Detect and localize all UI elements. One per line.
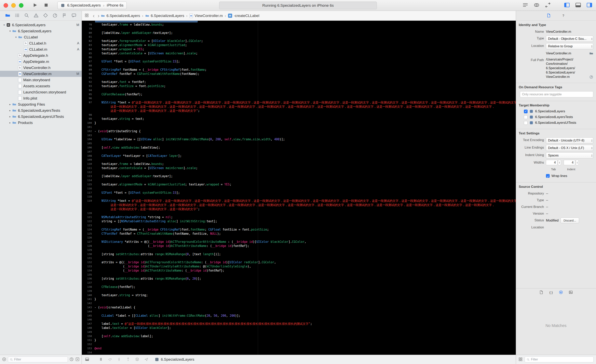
code-line[interactable]: 82textLayer.foregroundColor = [UIColor b… [82, 39, 516, 43]
code-line[interactable]: 134(__bridge id)kCTFontAttributeName: (_… [82, 269, 516, 273]
code-line[interactable]: 122string = [[NSMutableAttributedString … [82, 219, 516, 223]
breadcrumb-item[interactable]: 6.SpecializedLayers [145, 14, 184, 18]
indent-width-stepper[interactable]: ▴▾ [576, 160, 579, 165]
code-line[interactable]: 117UIFont *font = [UIFont systemFontOfSi… [82, 191, 516, 195]
disclosure-triangle-icon[interactable]: ▾ [8, 30, 12, 32]
disclosure-triangle-icon[interactable]: ▾ [2, 23, 6, 26]
code-line[interactable]: 85textLayer.contentsScale = [UIScreen ma… [82, 52, 516, 56]
code-line[interactable]: 131 [82, 256, 516, 260]
disclosure-triangle-icon[interactable]: ▸ [8, 109, 12, 112]
code-line[interactable]: 100} [82, 121, 516, 125]
name-field[interactable]: ViewController.m [546, 29, 593, 34]
simulate-location-button[interactable] [144, 357, 149, 362]
code-line[interactable]: 98 [82, 113, 516, 117]
step-into-button[interactable] [117, 357, 121, 362]
code-line[interactable]: 115textLayer.alignmentMode = kCAAlignmen… [82, 183, 516, 187]
media-library[interactable] [569, 290, 573, 295]
code-line[interactable]: 112 [82, 170, 516, 174]
code-line[interactable]: 86 [82, 55, 516, 59]
go-back-button[interactable]: ‹ [93, 13, 95, 18]
code-line[interactable]: 150[self.view addSubview:label]; [82, 334, 516, 338]
code-line[interactable]: 121NSMutableAttributedString *string = n… [82, 215, 516, 219]
library-grid-button[interactable] [518, 357, 523, 362]
code-line[interactable]: 128(__bridge id)kCTFontAttributeName: (_… [82, 244, 516, 248]
stop-button[interactable] [44, 3, 49, 8]
encoding-popup[interactable]: Default - Unicode (UTF-8) ▴▾ [546, 137, 593, 143]
disclosure-triangle-icon[interactable]: ▸ [8, 115, 12, 118]
pause-button[interactable] [99, 357, 103, 362]
tree-item-main-storyboard[interactable]: Main.storyboard [0, 77, 82, 83]
tree-item-info-plist[interactable]: Info.plist [0, 95, 82, 101]
code-line[interactable]: 154 [82, 351, 516, 355]
code-line[interactable]: 119NSString *text = @"这是一段测试的文字，这是一段测试的文… [82, 199, 516, 203]
find-navigator[interactable] [24, 13, 29, 19]
code-line[interactable]: 143- (void)createCLLabel { [82, 305, 516, 310]
target-checkbox[interactable] [524, 121, 528, 125]
code-line[interactable]: 83textLayer.alignmentMode = kCAAlignment… [82, 43, 516, 47]
code-line[interactable]: 142 [82, 301, 516, 305]
code-line[interactable]: 91 [82, 76, 516, 80]
code-line[interactable]: 这是一段测试的文字，这是一段测试的文字，这是一段测试的文字，这是一段测试的文字，… [82, 203, 516, 207]
source-editor[interactable]: 78textLayer.frame = labelView.bounds;798… [82, 21, 516, 355]
tree-item-products[interactable]: ▸Products [0, 120, 82, 126]
step-out-button[interactable] [126, 357, 130, 362]
code-line[interactable]: 110textLayer.frame = labelView.bounds; [82, 162, 516, 166]
code-line[interactable]: 96 [82, 96, 516, 101]
minimize-button[interactable] [11, 3, 16, 8]
breadcrumb-item[interactable]: M-createCLLabel [228, 14, 259, 18]
code-line[interactable]: 146 [82, 318, 516, 322]
file-inspector-tab[interactable] [546, 13, 551, 18]
code-line[interactable]: 124CFStringRef fontName = (__bridge CFSt… [82, 228, 516, 232]
toggle-debug-area-button[interactable] [575, 2, 581, 9]
go-forward-button[interactable]: › [98, 13, 99, 18]
code-line[interactable]: 116 [82, 187, 516, 191]
code-line[interactable]: 93textLayer.fontSize = font.pointSize; [82, 84, 516, 88]
code-line[interactable]: 152 [82, 342, 516, 346]
code-line[interactable]: 113[labelView.layer addSublayer:textLaye… [82, 174, 516, 178]
step-over-button[interactable] [108, 357, 112, 362]
code-line[interactable]: 130[string setAttributes:attribs range:N… [82, 252, 516, 256]
code-line[interactable]: 144 [82, 310, 516, 314]
tree-item-supporting-files[interactable]: ▸Supporting Files [0, 101, 82, 107]
tree-item-launchscreen-storyboard[interactable]: LaunchScreen.storyboard [0, 89, 82, 95]
code-line[interactable]: 109 [82, 158, 516, 162]
code-line[interactable]: 89CFStringRef fontName = (__bridge CFStr… [82, 68, 516, 72]
breadcrumb-item[interactable]: 6.SpecializedLayers [101, 14, 140, 18]
code-line[interactable]: 132attribs = @{(__bridge id)kCTForegroun… [82, 260, 516, 265]
code-line[interactable]: 80[labelView.layer addSublayer:textLayer… [82, 31, 516, 35]
standard-editor-button[interactable] [522, 2, 529, 9]
target-checkbox[interactable] [524, 115, 528, 119]
report-navigator[interactable] [71, 13, 76, 19]
code-line[interactable]: 94 [82, 88, 516, 92]
disclosure-triangle-icon[interactable]: ▾ [14, 36, 18, 39]
file-template-library[interactable] [539, 290, 543, 295]
assistant-editor-button[interactable] [534, 2, 540, 9]
discard-button[interactable]: Discard... [560, 218, 579, 223]
tree-item-cllabel[interactable]: ▾CLLabel [0, 34, 82, 40]
code-line[interactable]: 133(__bridge id)kCTUnderlineStyleAttribu… [82, 265, 516, 269]
wrap-lines-checkbox[interactable] [546, 174, 550, 178]
code-line[interactable]: 145CLLabel *label = [[CLLabel alloc] ini… [82, 314, 516, 318]
code-line[interactable]: 90CGFontRef fontRef = CGFontCreateWithFo… [82, 72, 516, 76]
code-line[interactable]: 这是一段测试的文字，这是一段测试的文字，这是一段测试的文字"; [82, 207, 516, 211]
code-line[interactable]: 136[string setAttributes:attribs range:N… [82, 277, 516, 281]
code-line[interactable]: 107 [82, 150, 516, 154]
library-filter-field[interactable]: Filter [525, 357, 594, 362]
tree-item-cllabel-m[interactable]: mCLLabel.mA [0, 46, 82, 52]
tree-item-cllabel-h[interactable]: hCLLabel.hA [0, 40, 82, 46]
code-line[interactable]: 137 [82, 281, 516, 285]
tree-item-viewcontroller-h[interactable]: hViewController.h [0, 65, 82, 71]
code-line[interactable]: 这是一段测试的文字，这是一段测试的文字，这是一段测试的文字，这是一段测试的文字，… [82, 105, 516, 109]
code-line[interactable]: 140textLayer.string = string; [82, 293, 516, 297]
quick-help-tab[interactable]: ? [561, 13, 566, 18]
code-line[interactable]: 105 [82, 141, 516, 146]
breadcrumb-item[interactable]: mViewController.m [189, 14, 223, 18]
indent-using-popup[interactable]: Spaces ▴▾ [546, 152, 593, 158]
version-editor-button[interactable] [545, 2, 551, 9]
code-snippet-library[interactable]: { } [549, 290, 553, 295]
scm-status-button[interactable] [75, 357, 80, 362]
recent-files-button[interactable] [69, 357, 74, 362]
toggle-utilities-button[interactable] [586, 2, 592, 9]
code-line[interactable]: 88 [82, 64, 516, 68]
related-items-button[interactable] [85, 13, 89, 18]
